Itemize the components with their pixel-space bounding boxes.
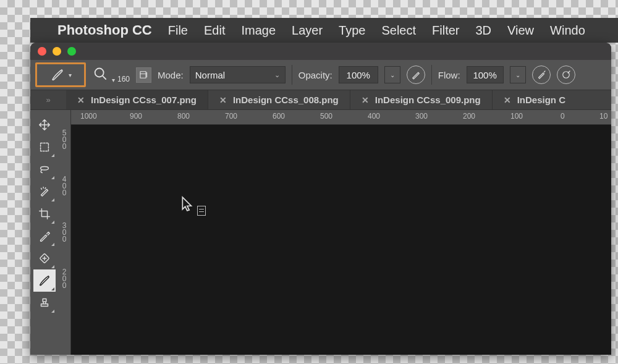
brush-panel-toggle[interactable] (136, 67, 151, 83)
chevron-down-icon: ▾ (69, 72, 72, 78)
menu-file[interactable]: File (168, 23, 188, 38)
document-tab-strip: » ✕ InDesign CCss_007.png ✕ InDesign CCs… (30, 90, 611, 110)
ruler-mark: 300 (415, 112, 428, 121)
brush-icon (50, 67, 65, 82)
ruler-mark: 10 (599, 112, 607, 121)
document-tab[interactable]: ✕ InDesign C (493, 90, 577, 109)
tools-panel (30, 110, 58, 355)
menu-type[interactable]: Type (339, 23, 365, 38)
chevron-down-icon: ⌄ (274, 71, 280, 79)
ruler-mark: 400 (60, 176, 69, 197)
opacity-dropdown-button[interactable]: ⌄ (384, 66, 400, 83)
ruler-mark: 0 (561, 112, 565, 121)
marquee-tool[interactable] (33, 136, 56, 158)
ruler-mark: 400 (368, 112, 380, 121)
ruler-mark: 600 (273, 112, 285, 121)
menu-select[interactable]: Select (381, 23, 416, 38)
app-name[interactable]: Photoshop CC (57, 22, 152, 38)
close-tab-icon[interactable]: ✕ (362, 95, 369, 105)
ruler-mark: 500 (320, 112, 332, 121)
crop-tool[interactable] (33, 203, 56, 225)
svg-rect-3 (40, 143, 48, 151)
expand-tabs-button[interactable]: » (30, 90, 66, 109)
blend-mode-dropdown[interactable]: Normal ⌄ (190, 66, 286, 83)
brush-size-value: 160 (117, 75, 130, 83)
menu-3d[interactable]: 3D (476, 23, 492, 38)
chevron-down-icon: ⌄ (390, 72, 395, 78)
traffic-light-zoom[interactable] (67, 47, 76, 56)
traffic-light-close[interactable] (38, 47, 46, 56)
move-tool[interactable] (33, 114, 56, 136)
ruler-mark: 800 (177, 112, 190, 121)
opacity-value: 100% (347, 70, 370, 80)
mode-label: Mode: (158, 70, 184, 80)
menu-edit[interactable]: Edit (204, 23, 225, 38)
ruler-mark: 200 (60, 269, 69, 289)
flow-input[interactable]: 100% (467, 66, 504, 83)
document-tab[interactable]: ✕ InDesign CCss_009.png (350, 90, 493, 109)
tab-label: InDesign C (517, 95, 565, 105)
ruler-mark: 500 (60, 130, 69, 150)
horizontal-ruler: 1000 900 800 700 600 500 400 300 200 100… (71, 110, 611, 125)
work-area: 500 400 300 200 1000 900 800 700 600 500… (30, 110, 611, 355)
separator (292, 65, 292, 85)
pressure-opacity-toggle[interactable] (407, 66, 425, 84)
document-tab[interactable]: ✕ InDesign CCss_008.png (208, 90, 350, 109)
lasso-tool[interactable] (33, 158, 56, 180)
close-tab-icon[interactable]: ✕ (504, 95, 511, 105)
options-bar: ▾ ▾ 160 Mode: Normal ⌄ Opacity: 100% ⌄ F… (30, 60, 611, 90)
close-tab-icon[interactable]: ✕ (77, 95, 85, 105)
menu-filter[interactable]: Filter (432, 23, 459, 38)
healing-brush-tool[interactable] (33, 247, 56, 269)
window-titlebar (30, 43, 611, 60)
stamp-tool[interactable] (33, 292, 56, 314)
app-window: ▾ ▾ 160 Mode: Normal ⌄ Opacity: 100% ⌄ F… (30, 43, 611, 355)
canvas-area[interactable] (71, 125, 611, 355)
blend-mode-value: Normal (195, 70, 225, 80)
pen-pressure-icon (410, 69, 421, 80)
active-tool-preset[interactable]: ▾ (35, 62, 86, 87)
separator (431, 65, 432, 85)
airbrush-toggle[interactable] (532, 66, 551, 84)
brush-profile-icon (92, 66, 109, 83)
tab-label: InDesign CCss_009.png (375, 95, 481, 105)
tab-label: InDesign CCss_007.png (91, 95, 197, 105)
ruler-mark: 900 (130, 112, 142, 121)
flow-dropdown-button[interactable]: ⌄ (510, 66, 526, 83)
airbrush-icon (536, 69, 547, 80)
ruler-mark: 200 (463, 112, 475, 121)
ruler-mark: 300 (60, 222, 69, 243)
eyedropper-tool[interactable] (33, 225, 56, 247)
menu-view[interactable]: View (507, 23, 534, 38)
tab-label: InDesign CCss_008.png (233, 95, 339, 105)
target-icon (561, 69, 572, 80)
brush-preset-picker[interactable]: ▾ 160 (92, 66, 130, 83)
traffic-light-minimize[interactable] (53, 47, 61, 56)
pressure-size-toggle[interactable] (557, 66, 575, 84)
opacity-input[interactable]: 100% (339, 66, 378, 83)
menu-image[interactable]: Image (241, 23, 276, 38)
opacity-label: Opacity: (298, 70, 332, 80)
svg-point-0 (95, 69, 104, 77)
chevron-down-icon: ▾ (112, 77, 115, 83)
ruler-mark: 700 (225, 112, 237, 121)
document-icon (197, 206, 206, 216)
svg-rect-1 (140, 72, 146, 78)
cursor-icon (181, 196, 206, 212)
vertical-ruler: 500 400 300 200 (58, 110, 71, 355)
flow-label: Flow: (438, 70, 460, 80)
macos-menubar: Photoshop CC File Edit Image Layer Type … (30, 18, 618, 43)
document-tab[interactable]: ✕ InDesign CCss_007.png (66, 90, 208, 109)
ruler-mark: 1000 (80, 112, 97, 121)
quick-select-tool[interactable] (33, 180, 56, 203)
flow-value: 100% (473, 70, 496, 80)
brush-panel-icon (138, 69, 150, 80)
menu-layer[interactable]: Layer (292, 23, 323, 38)
ruler-mark: 100 (510, 112, 523, 121)
menu-window[interactable]: Windo (550, 23, 585, 38)
close-tab-icon[interactable]: ✕ (219, 95, 227, 105)
chevron-down-icon: ⌄ (515, 72, 520, 78)
brush-tool[interactable] (33, 269, 56, 292)
